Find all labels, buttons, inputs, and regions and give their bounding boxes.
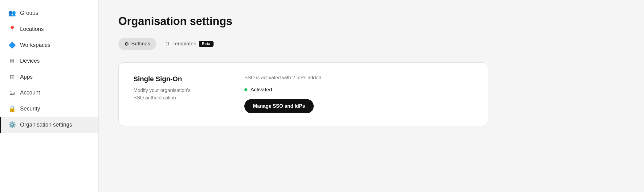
sidebar-item-locations[interactable]: 📍Locations <box>0 21 98 37</box>
card-title: Single Sign-On <box>133 75 220 83</box>
sidebar-item-devices[interactable]: 🖥Devices <box>0 53 98 69</box>
beta-badge: Beta <box>199 41 214 47</box>
devices-icon: 🖥 <box>8 57 16 65</box>
sidebar-item-label-groups: Groups <box>20 10 38 16</box>
card-right: SSO is activated with 2 IdPs added. Acti… <box>244 75 323 113</box>
locations-icon: 📍 <box>8 25 16 33</box>
activated-label: Activated <box>251 87 272 93</box>
sidebar-item-label-locations: Locations <box>20 26 44 32</box>
main-content: Organisation settings ⚙ Settings 🗒 Templ… <box>99 0 644 192</box>
sidebar-item-label-security: Security <box>20 106 40 112</box>
templates-tab-icon: 🗒 <box>165 41 170 47</box>
card-description: Modify your organisation's SSO authentic… <box>133 87 220 102</box>
manage-sso-button[interactable]: Manage SSO and IdPs <box>244 99 314 113</box>
sidebar-item-label-apps: Apps <box>20 74 33 80</box>
sidebar-item-label-workspaces: Workspaces <box>20 42 51 48</box>
tab-settings-label: Settings <box>131 41 150 47</box>
card-left: Single Sign-On Modify your organisation'… <box>133 75 220 102</box>
sidebar-item-apps[interactable]: ⊞Apps <box>0 69 98 85</box>
sidebar-item-label-organisation-settings: Organisation settings <box>20 122 72 128</box>
sso-status-text: SSO is activated with 2 IdPs added. <box>244 75 323 81</box>
apps-icon: ⊞ <box>8 73 16 81</box>
groups-icon: 👥 <box>8 9 16 17</box>
sidebar-item-label-account: Account <box>20 90 40 96</box>
account-icon: 🗂 <box>8 89 16 96</box>
sidebar: 👥Groups📍Locations🔷Workspaces🖥Devices⊞App… <box>0 0 99 192</box>
workspaces-icon: 🔷 <box>8 41 16 49</box>
sso-card: Single Sign-On Modify your organisation'… <box>118 62 488 126</box>
tab-settings[interactable]: ⚙ Settings <box>118 38 156 50</box>
sidebar-item-label-devices: Devices <box>20 58 40 64</box>
status-dot-green <box>244 88 247 91</box>
tab-templates-label: Templates <box>172 41 196 47</box>
tabs-container: ⚙ Settings 🗒 Templates Beta <box>118 38 624 50</box>
activated-status-row: Activated <box>244 87 323 93</box>
sidebar-item-groups[interactable]: 👥Groups <box>0 5 98 21</box>
sidebar-item-security[interactable]: 🔒Security <box>0 101 98 117</box>
security-icon: 🔒 <box>8 105 16 112</box>
organisation-settings-icon: ⚙️ <box>8 121 16 128</box>
sidebar-item-account[interactable]: 🗂Account <box>0 85 98 101</box>
page-title: Organisation settings <box>118 15 624 28</box>
sidebar-item-organisation-settings[interactable]: ⚙️Organisation settings <box>0 117 98 133</box>
tab-templates[interactable]: 🗒 Templates Beta <box>159 38 220 50</box>
sidebar-item-workspaces[interactable]: 🔷Workspaces <box>0 37 98 53</box>
settings-tab-icon: ⚙ <box>124 41 129 47</box>
